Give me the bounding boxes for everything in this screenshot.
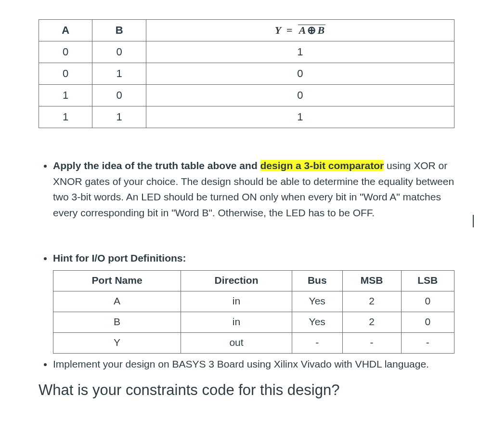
cell: 0 — [39, 63, 92, 85]
table-row: 0 0 1 — [39, 41, 454, 63]
cell: 0 — [92, 41, 146, 63]
document-page: A B Y = A⊕B 0 0 1 — [0, 0, 493, 448]
cell: 1 — [39, 85, 92, 106]
text-cursor — [473, 215, 474, 227]
cell: 0 — [92, 85, 146, 106]
cell: 0 — [401, 312, 454, 332]
instruction-text-pre: Apply the idea of the truth table above … — [53, 160, 260, 171]
hint-title: Hint for I/O port Definitions: — [53, 252, 186, 264]
table-row: 0 1 0 — [39, 63, 454, 85]
port-table: Port Name Direction Bus MSB LSB A in Yes… — [53, 270, 454, 354]
table-row: B in Yes 2 0 — [53, 312, 454, 332]
cell: 1 — [39, 106, 92, 128]
cell: 1 — [92, 106, 146, 128]
cell: 1 — [146, 106, 454, 128]
formula-xnor: Y = A⊕B — [275, 24, 326, 36]
cell: 0 — [146, 63, 454, 85]
cell: A — [53, 291, 181, 312]
table-row: 1 1 1 — [39, 106, 454, 128]
cell: in — [181, 291, 292, 312]
cell: Yes — [292, 312, 342, 332]
question-heading: What is your constraints code for this d… — [39, 382, 454, 399]
cell: out — [181, 332, 292, 353]
truth-table: A B Y = A⊕B 0 0 1 — [39, 19, 454, 128]
table-row: Y out - - - — [53, 332, 454, 353]
cell: 0 — [146, 85, 454, 106]
cell: Y — [53, 332, 181, 353]
col-header-y: Y = A⊕B — [146, 20, 454, 41]
cell: - — [401, 332, 454, 353]
highlighted-phrase: design a 3-bit comparator — [260, 160, 384, 171]
cell: B — [53, 312, 181, 332]
col-header: LSB — [401, 270, 454, 291]
col-header: Bus — [292, 270, 342, 291]
instruction-text: Implement your design on BASYS 3 Board u… — [53, 358, 429, 369]
cell: 1 — [146, 41, 454, 63]
col-header-b: B — [92, 20, 146, 41]
cell: Yes — [292, 291, 342, 312]
cell: - — [292, 332, 342, 353]
cell: 0 — [39, 41, 92, 63]
cell: 1 — [92, 63, 146, 85]
cell: 0 — [401, 291, 454, 312]
instructions-list: Apply the idea of the truth table above … — [39, 158, 454, 372]
table-header-row: A B Y = A⊕B — [39, 20, 454, 41]
col-header-a: A — [39, 20, 92, 41]
table-header-row: Port Name Direction Bus MSB LSB — [53, 270, 454, 291]
cell: in — [181, 312, 292, 332]
table-row: A in Yes 2 0 — [53, 291, 454, 312]
cell: 2 — [342, 312, 401, 332]
table-row: 1 0 0 — [39, 85, 454, 106]
instruction-item-design: Apply the idea of the truth table above … — [53, 158, 454, 221]
col-header: MSB — [342, 270, 401, 291]
cell: - — [342, 332, 401, 353]
col-header: Direction — [181, 270, 292, 291]
instruction-item-hint: Hint for I/O port Definitions: Port Name… — [53, 250, 454, 354]
instruction-item-implement: Implement your design on BASYS 3 Board u… — [53, 356, 454, 372]
col-header: Port Name — [53, 270, 181, 291]
cell: 2 — [342, 291, 401, 312]
